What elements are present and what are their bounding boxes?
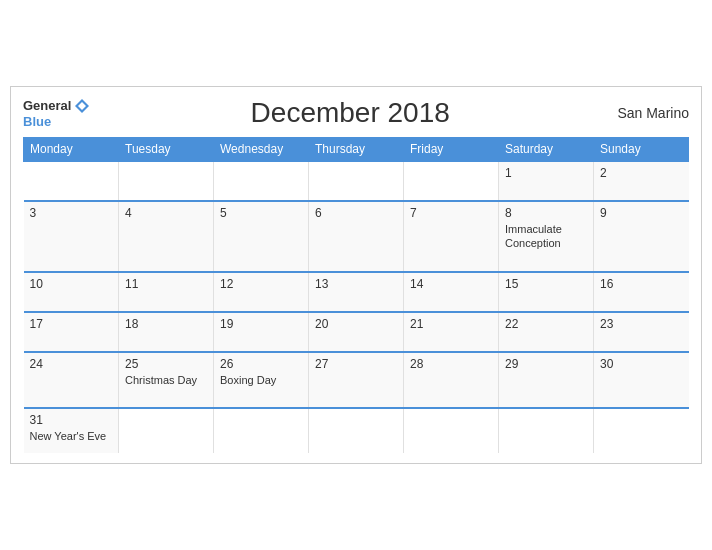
calendar-day: 20 (309, 312, 404, 352)
day-number: 5 (220, 206, 302, 220)
day-number: 23 (600, 317, 683, 331)
calendar-day (404, 161, 499, 201)
calendar-day: 21 (404, 312, 499, 352)
calendar-day (214, 161, 309, 201)
calendar-day (214, 408, 309, 453)
day-number: 6 (315, 206, 397, 220)
calendar-day (119, 408, 214, 453)
day-number: 15 (505, 277, 587, 291)
calendar-day (309, 161, 404, 201)
day-number: 13 (315, 277, 397, 291)
day-number: 29 (505, 357, 587, 371)
calendar-day: 11 (119, 272, 214, 312)
calendar-day: 12 (214, 272, 309, 312)
calendar-day: 13 (309, 272, 404, 312)
day-number: 20 (315, 317, 397, 331)
day-number: 21 (410, 317, 492, 331)
calendar-day: 3 (24, 201, 119, 272)
calendar-day: 22 (499, 312, 594, 352)
weekday-header: Friday (404, 138, 499, 162)
month-title: December 2018 (91, 97, 609, 129)
calendar-day: 17 (24, 312, 119, 352)
holiday-label: New Year's Eve (30, 429, 113, 443)
calendar-day (119, 161, 214, 201)
calendar-day: 14 (404, 272, 499, 312)
day-number: 16 (600, 277, 683, 291)
weekday-header: Tuesday (119, 138, 214, 162)
calendar-header: General Blue December 2018 San Marino (23, 97, 689, 129)
day-number: 9 (600, 206, 683, 220)
day-number: 22 (505, 317, 587, 331)
calendar-day: 10 (24, 272, 119, 312)
day-number: 27 (315, 357, 397, 371)
calendar-week-row: 345678Immaculate Conception9 (24, 201, 689, 272)
calendar: General Blue December 2018 San Marino Mo… (10, 86, 702, 464)
calendar-day: 23 (594, 312, 689, 352)
day-number: 17 (30, 317, 113, 331)
calendar-week-row: 2425Christmas Day26Boxing Day27282930 (24, 352, 689, 408)
calendar-week-row: 12 (24, 161, 689, 201)
day-number: 11 (125, 277, 207, 291)
day-number: 26 (220, 357, 302, 371)
calendar-day: 31New Year's Eve (24, 408, 119, 453)
calendar-table: MondayTuesdayWednesdayThursdayFridaySatu… (23, 137, 689, 453)
calendar-day (594, 408, 689, 453)
calendar-day (499, 408, 594, 453)
weekday-header: Wednesday (214, 138, 309, 162)
holiday-label: Christmas Day (125, 373, 207, 387)
day-number: 25 (125, 357, 207, 371)
calendar-day (309, 408, 404, 453)
calendar-day: 16 (594, 272, 689, 312)
logo-general-text: General (23, 99, 71, 113)
holiday-label: Immaculate Conception (505, 222, 587, 251)
day-number: 14 (410, 277, 492, 291)
calendar-day: 1 (499, 161, 594, 201)
weekday-header: Monday (24, 138, 119, 162)
day-number: 1 (505, 166, 587, 180)
day-number: 30 (600, 357, 683, 371)
calendar-day: 5 (214, 201, 309, 272)
day-number: 19 (220, 317, 302, 331)
calendar-day: 25Christmas Day (119, 352, 214, 408)
calendar-day: 2 (594, 161, 689, 201)
day-number: 28 (410, 357, 492, 371)
logo-blue-text: Blue (23, 115, 51, 129)
calendar-day (24, 161, 119, 201)
calendar-day: 7 (404, 201, 499, 272)
day-number: 3 (30, 206, 113, 220)
calendar-day: 30 (594, 352, 689, 408)
calendar-week-row: 31New Year's Eve (24, 408, 689, 453)
logo: General Blue (23, 97, 91, 129)
calendar-day: 19 (214, 312, 309, 352)
day-number: 12 (220, 277, 302, 291)
day-number: 7 (410, 206, 492, 220)
day-number: 10 (30, 277, 113, 291)
day-number: 2 (600, 166, 683, 180)
calendar-week-row: 17181920212223 (24, 312, 689, 352)
weekday-header: Sunday (594, 138, 689, 162)
calendar-day: 27 (309, 352, 404, 408)
day-number: 8 (505, 206, 587, 220)
calendar-day: 9 (594, 201, 689, 272)
day-number: 18 (125, 317, 207, 331)
calendar-day: 18 (119, 312, 214, 352)
day-number: 24 (30, 357, 113, 371)
calendar-day: 24 (24, 352, 119, 408)
calendar-day: 28 (404, 352, 499, 408)
weekday-header-row: MondayTuesdayWednesdayThursdayFridaySatu… (24, 138, 689, 162)
calendar-day: 8Immaculate Conception (499, 201, 594, 272)
day-number: 31 (30, 413, 113, 427)
weekday-header: Thursday (309, 138, 404, 162)
calendar-day: 4 (119, 201, 214, 272)
calendar-day: 26Boxing Day (214, 352, 309, 408)
country-name: San Marino (609, 105, 689, 121)
calendar-day (404, 408, 499, 453)
day-number: 4 (125, 206, 207, 220)
calendar-day: 29 (499, 352, 594, 408)
weekday-header: Saturday (499, 138, 594, 162)
holiday-label: Boxing Day (220, 373, 302, 387)
logo-icon (73, 97, 91, 115)
calendar-day: 15 (499, 272, 594, 312)
calendar-day: 6 (309, 201, 404, 272)
calendar-week-row: 10111213141516 (24, 272, 689, 312)
